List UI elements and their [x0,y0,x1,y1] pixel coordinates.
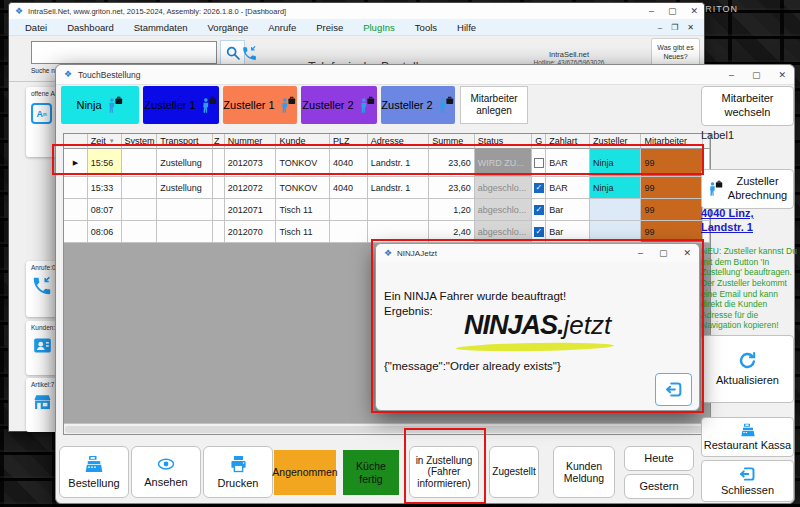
dialog-titlebar[interactable]: ❖ NINJAJetzt – ▢ ✕ [376,244,699,262]
close-icon[interactable]: ✕ [690,6,698,16]
cell-zusteller: Ninja [590,149,642,177]
ninja-exit-button[interactable] [655,373,692,406]
cell-system [122,199,158,221]
maximize-icon[interactable]: ▢ [659,248,668,258]
col-zahlart[interactable]: Zahlart [546,134,590,149]
cell-summe: 1,20 [429,199,475,221]
courier-button-ninja[interactable]: Ninja [61,86,139,124]
bestellung-button[interactable]: Bestellung [59,446,129,498]
col-system[interactable]: System [122,134,158,149]
dialog-titlebar[interactable]: ❖ TouchBestellung – ▢ ✕ [56,65,794,85]
add-employee-button[interactable]: Mitarbeiter anlegen [460,86,528,124]
menu-datei[interactable]: Datei [15,20,57,35]
delivery-person-icon [707,179,724,199]
menu-hilfe[interactable]: Hilfe [447,20,486,35]
courier-button-zusteller2[interactable]: Zusteller 2 [301,86,377,124]
courier-button-zusteller1-alt[interactable]: Zusteller 1 [223,86,297,124]
zugestellt-button[interactable]: Zugestellt [489,446,539,498]
minimize-icon[interactable]: – [638,248,643,258]
row-checkbox[interactable]: ✓ [534,183,544,193]
cell-plz [330,221,368,243]
row-checkbox[interactable] [534,158,544,168]
table-row[interactable]: 08:06 2012070 Tisch 11 2,40 abgeschlo...… [64,221,710,243]
col-zusteller[interactable]: Zusteller [590,134,642,149]
col-kunde[interactable]: Kunde [276,134,330,149]
menu-plugins[interactable]: PlugIns [353,20,405,35]
table-row[interactable]: 08:07 2012071 Tisch 11 1,20 abgeschlo...… [64,199,710,221]
menu-preise[interactable]: Preise [306,20,353,35]
cell-plz: 4040 [330,177,368,199]
exit-icon [664,380,684,399]
incoming-call-icon [241,45,258,62]
schliessen-button[interactable]: Schliessen [701,460,794,502]
main-titlebar[interactable]: ❖ IntraSell.Net, www.griton.net, 2015-20… [9,3,704,19]
kueche-fertig-button[interactable]: Küche fertig [343,450,399,495]
menu-bar: Datei Dashboard Stammdaten Vorgänge Anru… [9,19,704,36]
menu-tools[interactable]: Tools [405,20,447,35]
row-checkbox[interactable]: ✓ [534,227,544,237]
courier-label: Zusteller 2 [381,99,432,111]
cell-status: WIRD ZU... [475,149,533,177]
gestern-button[interactable]: Gestern [624,474,694,499]
cell-plz [330,199,368,221]
cell-summe: 23,60 [429,177,475,199]
cell-summe: 23,60 [429,149,475,177]
drucken-button[interactable]: Drucken [203,446,273,498]
menu-vorgaenge[interactable]: Vorgänge [198,20,259,35]
logo-bold-text: NINJAS. [464,310,564,340]
button-label: Bestellung [68,477,119,490]
col-summe[interactable]: Summe [429,134,475,149]
logo-light-text: jetzt [563,310,611,340]
col-mitarbeiter[interactable]: Mitarbeiter [641,134,703,149]
zusteller-abrechnung-button[interactable]: Zusteller Abrechnung [701,169,794,209]
delivery-person-icon [437,95,455,116]
menu-dashboard[interactable]: Dashboard [57,20,123,35]
address-link[interactable]: 4040 Linz, Landstr. 1 [701,206,796,235]
col-nummer[interactable]: Nummer [225,134,277,149]
cell-status: abgeschlo... [475,199,533,221]
cell-transport [157,221,213,243]
col-status[interactable]: Status [475,134,533,149]
col-g[interactable]: G [532,134,546,149]
col-z[interactable]: Z [213,134,225,149]
col-plz[interactable]: PLZ [330,134,368,149]
ansehen-button[interactable]: Ansehen [131,446,201,498]
menu-stammdaten[interactable]: Stammdaten [124,20,198,35]
table-row[interactable]: ▶ 15:56 Zustellung 2012073 TONKOV 4040 L… [64,149,710,177]
cell-kunde: Tisch 11 [276,221,330,243]
menu-anrufe[interactable]: Anrufe [258,20,306,35]
maximize-icon[interactable]: ▢ [668,6,677,16]
mdi-minimize-icon[interactable]: – [658,23,662,32]
close-icon[interactable]: ✕ [683,248,691,258]
cell-status: abgeschlo... [475,221,533,243]
restaurant-kassa-button[interactable]: Restaurant Kassa [701,417,794,457]
horizontal-scrollbar[interactable] [64,423,710,434]
search-input[interactable] [31,41,217,64]
minimize-icon[interactable]: – [729,70,734,80]
close-icon[interactable]: ✕ [778,70,786,80]
col-transport[interactable]: Transport [157,134,213,149]
mitarbeiter-wechseln-button[interactable]: Mitarbeiter wechseln [701,86,794,126]
heute-button[interactable]: Heute [624,446,694,471]
courier-label: Ninja [76,99,101,111]
angenommen-button[interactable]: Angenommen [274,450,336,495]
minimize-icon[interactable]: – [649,6,654,16]
brand-line1: IntraSell.net [509,50,629,59]
row-checkbox[interactable]: ✓ [534,205,544,215]
button-label: in Zustellung (Fahrer informieren) [412,455,476,490]
courier-button-zusteller2-alt[interactable]: Zusteller 2 [381,86,455,124]
col-zeit[interactable]: Zeit▼ [88,134,122,149]
maximize-icon[interactable]: ▢ [752,70,761,80]
phone-icon [31,275,53,297]
table-header-row: Zeit▼ System Transport Z Nummer Kunde PL… [64,134,710,149]
aktualisieren-button[interactable]: Aktualisieren [701,335,794,403]
eye-icon [154,455,178,473]
kunden-meldung-button[interactable]: Kunden Meldung [553,446,615,498]
col-adresse[interactable]: Adresse [368,134,430,149]
in-zustellung-button[interactable]: in Zustellung (Fahrer informieren) [409,446,479,498]
mdi-close-icon[interactable]: ✕ [687,23,694,32]
table-row[interactable]: 15:33 Zustellung 2012072 TONKOV 4040 Lan… [64,177,710,199]
courier-button-zusteller1[interactable]: Zusteller 1 [143,86,219,124]
scrollbar-thumb[interactable] [65,426,703,433]
mdi-restore-icon[interactable]: ❐ [671,23,678,32]
